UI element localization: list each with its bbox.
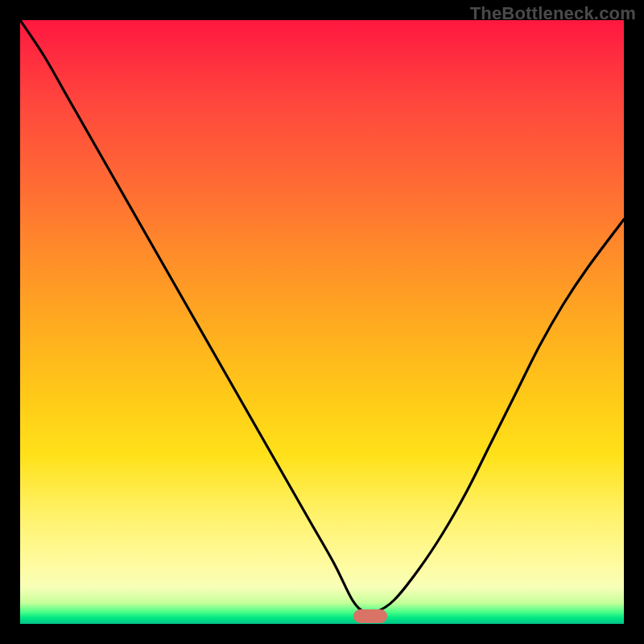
curve-path (20, 20, 624, 613)
bottleneck-curve (20, 20, 624, 624)
watermark-text: TheBottleneck.com (470, 3, 636, 24)
plot-area (20, 20, 624, 624)
optimal-marker (353, 609, 387, 623)
chart-frame: TheBottleneck.com (0, 0, 644, 644)
